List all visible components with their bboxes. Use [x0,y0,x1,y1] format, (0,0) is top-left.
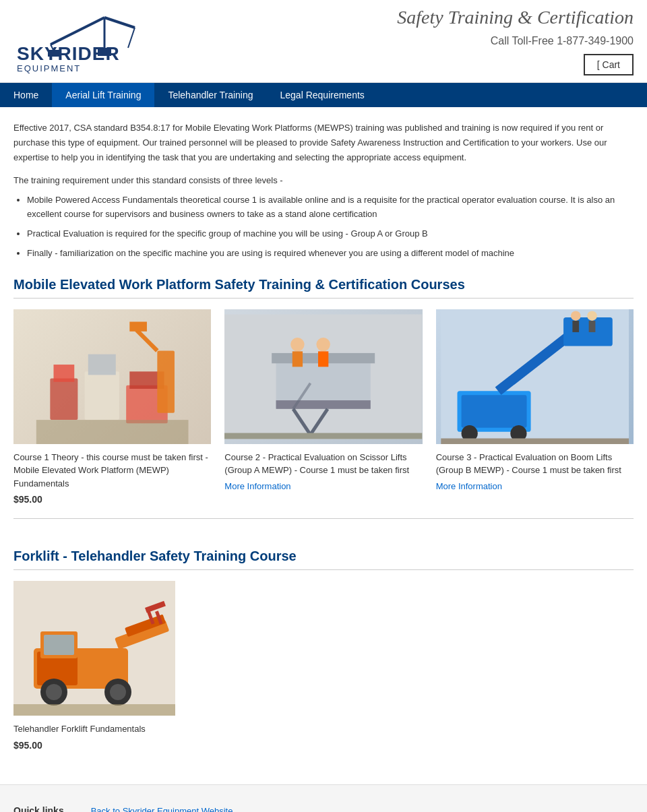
course3-title: Course 3 - Practical Evaluation on Boom … [436,451,634,477]
nav-telehandler[interactable]: Telehandler Training [154,83,266,107]
forklift-item: Telehandler Forklift Fundamentals $95.00 [13,581,229,751]
svg-rect-10 [53,365,74,382]
svg-rect-15 [157,350,175,412]
forklift-title: Telehandler Forklift Fundamentals [13,722,229,736]
site-title: Safety Training & Certification [397,7,634,28]
bullet-2: Practical Evaluation is required for the… [27,227,634,241]
svg-point-24 [317,338,330,351]
forklift-image [13,581,175,716]
footer-quick-links: Quick links Search [13,805,64,812]
course2-image [224,309,422,444]
nav-aerial-lift[interactable]: Aerial Lift Training [52,83,154,107]
course3-more-info[interactable]: More Information [436,481,634,491]
svg-point-36 [571,311,581,321]
nav-home[interactable]: Home [0,83,52,107]
main-content: Effective 2017, CSA standard B354.8:17 f… [0,107,647,764]
forklift-price: $95.00 [13,740,229,751]
svg-rect-11 [85,371,119,420]
nav-legal[interactable]: Legal Requirements [267,83,378,107]
course-item-3: Course 3 - Practical Evaluation on Boom … [436,309,634,505]
svg-point-54 [46,684,62,700]
header: SKYRIDER EQUIPMENT Safety Training & Cer… [0,0,647,83]
intro-paragraph1: Effective 2017, CSA standard B354.8:17 f… [13,121,634,165]
svg-rect-39 [588,321,595,332]
logo: SKYRIDER EQUIPMENT [13,7,229,75]
course3-image [436,309,634,444]
course-grid: Course 1 Theory - this course must be ta… [13,309,634,505]
svg-rect-23 [292,351,303,367]
cart-button[interactable]: [ Cart [584,54,634,75]
bullet-1: Mobile Powered Access Fundamentals theor… [27,193,634,222]
course1-price: $95.00 [13,494,211,505]
svg-rect-26 [276,400,371,409]
svg-rect-33 [461,395,526,427]
svg-point-22 [291,338,305,351]
svg-rect-25 [318,351,328,367]
cart-label: Cart [603,59,620,70]
svg-line-0 [51,18,104,44]
course1-title: Course 1 Theory - this course must be ta… [13,451,211,491]
forklift-grid: Telehandler Forklift Fundamentals $95.00 [13,581,634,751]
cart-bracket-left: [ [597,59,603,70]
quick-links-heading: Quick links [13,805,64,812]
training-req-label: The training requirement under this stan… [13,173,634,188]
svg-line-16 [137,330,158,350]
mewp-section-heading: Mobile Elevated Work Platform Safety Tra… [13,277,634,299]
svg-text:SKYRIDER: SKYRIDER [17,43,120,64]
course-item-1: Course 1 Theory - this course must be ta… [13,309,211,505]
svg-rect-35 [563,317,613,346]
svg-line-4 [128,28,135,48]
svg-rect-47 [44,635,74,655]
svg-rect-37 [572,321,579,332]
forklift-section: Forklift - Telehandler Safety Training C… [13,518,634,751]
svg-rect-17 [129,321,147,331]
svg-line-1 [104,18,135,28]
svg-point-38 [587,311,597,321]
footer: Quick links Search Back to Skyrider Equi… [0,784,647,812]
navigation: Home Aerial Lift Training Telehandler Tr… [0,83,647,107]
svg-rect-42 [441,438,629,443]
svg-text:EQUIPMENT: EQUIPMENT [17,63,81,73]
svg-rect-57 [13,704,175,716]
course-item-2: Course 2 - Practical Evaluation on Sciss… [224,309,422,505]
forklift-heading: Forklift - Telehandler Safety Training C… [13,549,634,570]
course2-more-info[interactable]: More Information [224,481,422,491]
training-bullets: Mobile Powered Access Fundamentals theor… [27,193,634,260]
svg-point-56 [110,684,126,700]
footer-back-link[interactable]: Back to Skyrider Equipment Website [91,806,233,812]
intro-section: Effective 2017, CSA standard B354.8:17 f… [13,121,634,261]
bullet-3: Finally - familiarization on the specifi… [27,247,634,261]
toll-free: Call Toll-Free 1-877-349-1900 [397,35,634,47]
course1-image [13,309,211,444]
footer-top: Quick links Search Back to Skyrider Equi… [13,805,634,812]
svg-rect-9 [50,378,78,420]
svg-rect-30 [224,433,422,439]
course2-title: Course 2 - Practical Evaluation on Sciss… [224,451,422,477]
footer-back: Back to Skyrider Equipment Website [91,805,233,812]
svg-rect-18 [36,420,189,444]
header-right: Safety Training & Certification Call Tol… [397,7,634,75]
svg-rect-12 [88,354,116,375]
